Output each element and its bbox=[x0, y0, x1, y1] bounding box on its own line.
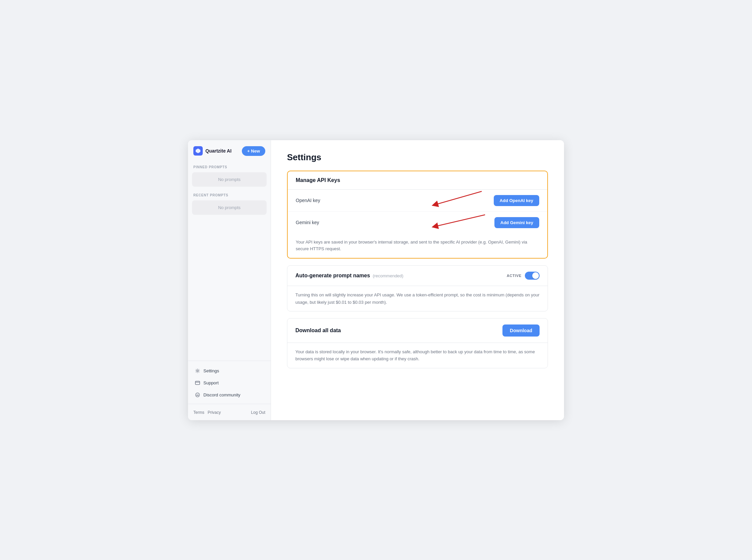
pinned-empty-state: No prompts bbox=[192, 172, 267, 187]
sidebar-footer: Terms Privacy Log Out bbox=[188, 407, 271, 420]
footer-links: Terms Privacy bbox=[194, 410, 221, 415]
add-gemini-key-button[interactable]: Add Gemini key bbox=[494, 217, 539, 228]
gemini-key-actions: Add Gemini key bbox=[494, 217, 539, 228]
download-description: Your data is stored locally in your brow… bbox=[287, 343, 548, 368]
support-label: Support bbox=[203, 380, 219, 385]
api-keys-note: Your API keys are saved in your browser'… bbox=[288, 234, 547, 258]
download-button[interactable]: Download bbox=[503, 324, 540, 337]
openai-key-row: OpenAI key Add OpenAI key bbox=[288, 190, 547, 212]
openai-key-label: OpenAI key bbox=[296, 198, 320, 203]
api-keys-card-header: Manage API Keys bbox=[288, 171, 547, 190]
autogenerate-description: Turning this on will slightly increase y… bbox=[287, 286, 548, 311]
active-label: ACTIVE bbox=[507, 274, 522, 278]
svg-point-4 bbox=[196, 395, 197, 395]
terms-link[interactable]: Terms bbox=[194, 410, 204, 415]
brand-name: Quartzite AI bbox=[205, 148, 231, 154]
autogenerate-card: Auto-generate prompt names (recommended)… bbox=[287, 265, 548, 312]
sidebar-item-settings[interactable]: Settings bbox=[189, 365, 269, 377]
privacy-link[interactable]: Privacy bbox=[208, 410, 221, 415]
main-content: Settings Manage API Keys bbox=[271, 140, 564, 420]
recent-empty-state: No prompts bbox=[192, 200, 267, 215]
openai-key-actions: Add OpenAI key bbox=[494, 195, 539, 206]
toggle-knob bbox=[532, 272, 539, 279]
new-button[interactable]: + New bbox=[242, 146, 265, 156]
app-window: Quartzite AI + New Pinned Prompts No pro… bbox=[188, 140, 564, 420]
gemini-key-row: Gemini key Add Gemini key bbox=[288, 212, 547, 234]
autogenerate-title: Auto-generate prompt names bbox=[296, 273, 370, 279]
sidebar-footer-divider bbox=[188, 404, 271, 404]
autogenerate-title-group: Auto-generate prompt names (recommended) bbox=[296, 273, 403, 279]
api-keys-title: Manage API Keys bbox=[296, 177, 340, 183]
logout-button[interactable]: Log Out bbox=[251, 410, 265, 415]
api-keys-card: Manage API Keys OpenAI key bbox=[287, 171, 548, 259]
svg-point-1 bbox=[197, 370, 198, 372]
settings-icon bbox=[195, 368, 200, 374]
sidebar-item-discord[interactable]: Discord community bbox=[189, 389, 269, 401]
settings-label: Settings bbox=[203, 368, 219, 373]
sidebar: Quartzite AI + New Pinned Prompts No pro… bbox=[188, 140, 271, 420]
svg-rect-2 bbox=[195, 381, 200, 385]
svg-point-3 bbox=[195, 393, 199, 397]
download-card-header: Download all data Download bbox=[287, 318, 548, 343]
add-openai-key-button[interactable]: Add OpenAI key bbox=[494, 195, 539, 206]
gemini-key-label: Gemini key bbox=[296, 220, 319, 225]
brand: Quartzite AI bbox=[194, 146, 231, 156]
pinned-section-label: Pinned Prompts bbox=[188, 161, 271, 171]
sidebar-header: Quartzite AI + New bbox=[188, 140, 271, 161]
download-title: Download all data bbox=[296, 327, 341, 334]
autogenerate-card-header: Auto-generate prompt names (recommended)… bbox=[287, 266, 548, 286]
toggle-group: ACTIVE bbox=[507, 272, 540, 280]
sidebar-item-support[interactable]: Support bbox=[189, 377, 269, 389]
page-title: Settings bbox=[287, 152, 548, 163]
discord-icon bbox=[195, 393, 200, 398]
recent-section-label: Recent Prompts bbox=[188, 189, 271, 199]
brand-logo bbox=[194, 146, 203, 156]
svg-point-5 bbox=[198, 395, 198, 395]
download-card: Download all data Download Your data is … bbox=[287, 318, 548, 368]
recommended-tag: (recommended) bbox=[373, 273, 403, 278]
svg-marker-0 bbox=[196, 148, 200, 153]
discord-label: Discord community bbox=[203, 393, 241, 397]
sidebar-bottom: Settings Support bbox=[188, 361, 271, 401]
autogenerate-toggle[interactable] bbox=[525, 272, 540, 280]
support-icon bbox=[195, 380, 200, 386]
